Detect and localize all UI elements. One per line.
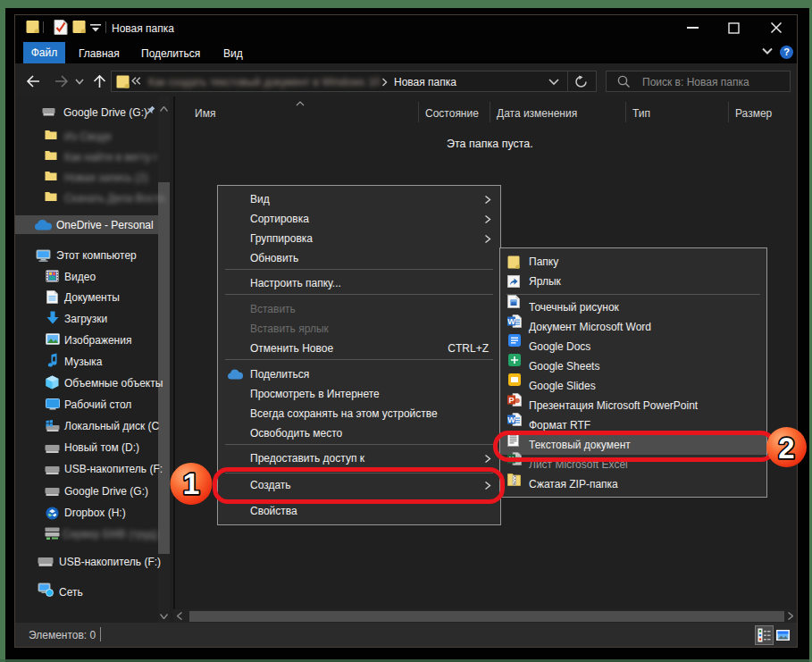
svg-text:W: W [507,415,515,424]
svg-text:W: W [507,317,515,326]
svg-text:1: 1 [183,466,200,500]
svg-text:P: P [508,396,514,405]
svg-text:2: 2 [778,432,794,465]
